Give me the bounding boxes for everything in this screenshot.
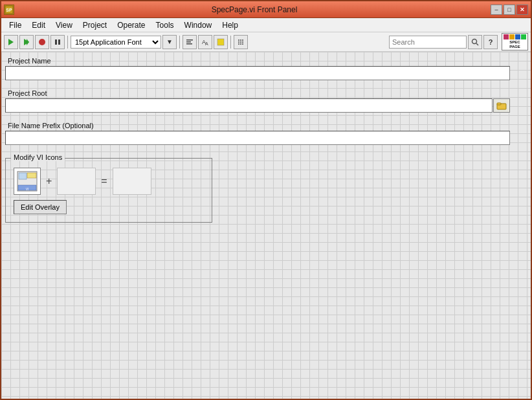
menu-file[interactable]: File — [4, 19, 27, 31]
svg-point-16 — [242, 39, 243, 41]
project-root-row — [5, 98, 510, 113]
project-root-label: Project Root — [5, 88, 527, 98]
svg-text:A: A — [205, 41, 208, 46]
svg-text:SP: SP — [6, 8, 12, 12]
svg-point-18 — [240, 41, 241, 43]
menu-edit[interactable]: Edit — [27, 19, 50, 31]
spacer-2 — [5, 114, 527, 120]
panel-area: Project Name Project Root — [1, 52, 531, 399]
edit-overlay-button[interactable]: Edit Overlay — [14, 200, 67, 214]
svg-line-24 — [476, 43, 478, 45]
group-box-title: Modify VI Icons — [11, 153, 65, 161]
svg-rect-10 — [186, 43, 192, 45]
svg-marker-2 — [8, 39, 14, 45]
controls-container: Project Name Project Root — [5, 56, 527, 223]
project-name-group: Project Name — [5, 56, 527, 80]
svg-rect-26 — [497, 103, 501, 105]
svg-point-20 — [238, 43, 239, 45]
spacer-1 — [5, 82, 527, 88]
svg-point-14 — [238, 39, 239, 41]
spacer-3 — [5, 146, 527, 153]
equals-operator: = — [101, 175, 107, 187]
separator-3 — [230, 36, 231, 49]
project-root-group: Project Root — [5, 88, 527, 113]
text-size-btn[interactable]: A A — [198, 35, 212, 49]
menu-bar: File Edit View Project Operate Tools Win… — [1, 18, 531, 32]
file-name-prefix-group: File Name Prefix (Optional) — [5, 120, 527, 145]
minimize-button[interactable]: – — [491, 5, 502, 15]
svg-point-5 — [39, 39, 45, 45]
separator-1 — [67, 36, 68, 49]
menu-view[interactable]: View — [50, 19, 78, 31]
svg-rect-6 — [55, 39, 57, 45]
browse-folder-btn[interactable] — [493, 98, 510, 113]
separator-2 — [179, 36, 180, 49]
pause-btn[interactable] — [50, 35, 65, 49]
project-name-input[interactable] — [5, 66, 510, 80]
project-root-input[interactable] — [5, 98, 493, 113]
grid-btn[interactable] — [234, 35, 248, 49]
svg-rect-28 — [19, 173, 27, 179]
svg-point-19 — [242, 41, 243, 43]
svg-point-21 — [240, 43, 241, 45]
svg-rect-13 — [217, 39, 224, 45]
svg-rect-8 — [186, 39, 193, 41]
svg-rect-7 — [58, 39, 60, 45]
project-name-label: Project Name — [5, 56, 527, 66]
spec-page-indicator: SPEC PAGE — [502, 33, 528, 50]
help-btn[interactable]: ? — [483, 35, 498, 49]
search-btn[interactable] — [468, 35, 482, 49]
title-bar: SP SpecPage.vi Front Panel – □ ✕ — [1, 1, 531, 18]
svg-rect-31 — [27, 173, 36, 178]
search-input[interactable] — [389, 36, 467, 49]
menu-help[interactable]: Help — [217, 19, 243, 31]
menu-project[interactable]: Project — [78, 19, 112, 31]
run-continuously-btn[interactable] — [19, 35, 34, 49]
run-arrow-btn[interactable] — [4, 35, 18, 49]
color-btn[interactable] — [214, 35, 228, 49]
text-align-btn[interactable] — [183, 35, 197, 49]
svg-point-23 — [472, 39, 477, 43]
window-title: SpecPage.vi Front Panel — [18, 5, 491, 14]
svg-text:VI: VI — [26, 187, 29, 191]
font-select[interactable]: 15pt Application Font — [71, 36, 161, 49]
vi-icon-overlay — [57, 168, 96, 195]
menu-tools[interactable]: Tools — [151, 19, 179, 31]
svg-marker-4 — [27, 39, 29, 45]
file-name-prefix-input[interactable] — [5, 131, 510, 145]
svg-rect-9 — [186, 41, 191, 43]
file-name-prefix-label: File Name Prefix (Optional) — [5, 120, 527, 131]
svg-point-22 — [242, 43, 243, 45]
menu-window[interactable]: Window — [179, 19, 217, 31]
svg-point-15 — [240, 39, 241, 41]
plus-operator: + — [46, 175, 52, 187]
abort-btn[interactable] — [35, 35, 49, 49]
vi-icon-source: VI — [14, 168, 41, 195]
modify-vi-icons-group: Modify VI Icons VI + — [5, 158, 212, 223]
restore-button[interactable]: □ — [504, 5, 515, 15]
svg-point-17 — [238, 41, 239, 43]
menu-operate[interactable]: Operate — [112, 19, 150, 31]
toolbar: 15pt Application Font ▼ A A — [1, 32, 531, 52]
close-button[interactable]: ✕ — [516, 5, 528, 15]
icon-row: VI + = — [14, 168, 204, 195]
vi-icon-result — [113, 168, 151, 195]
app-icon: SP — [4, 5, 14, 15]
window-controls: – □ ✕ — [491, 5, 528, 15]
main-window: SP SpecPage.vi Front Panel – □ ✕ File Ed… — [0, 0, 532, 400]
font-dropdown-btn[interactable]: ▼ — [162, 35, 177, 49]
